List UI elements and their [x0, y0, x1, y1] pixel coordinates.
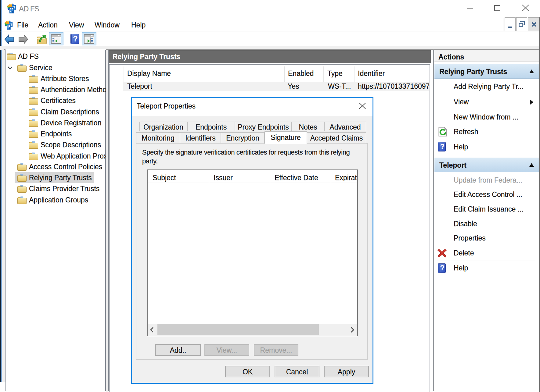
svg-text:?: ?: [73, 34, 78, 43]
svg-text:?: ?: [440, 264, 445, 272]
svg-text:?: ?: [440, 142, 445, 151]
